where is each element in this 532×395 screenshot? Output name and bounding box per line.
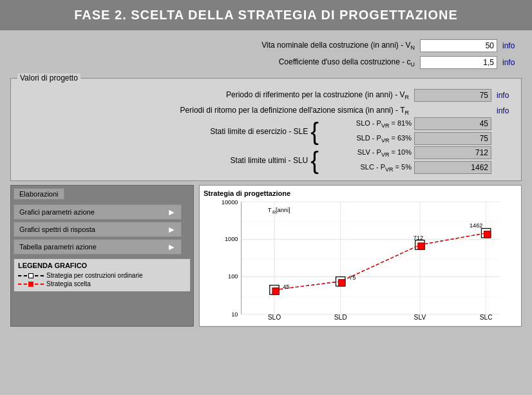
periodo-label: Periodo di riferimento per la costruzion…: [226, 90, 409, 101]
legenda-item-2: Strategia scelta: [18, 280, 186, 287]
red-dashed-line-1: [18, 284, 27, 285]
svg-text:10: 10: [231, 311, 238, 318]
red-dashed-line-2: [35, 284, 44, 285]
svg-text:SLO: SLO: [268, 314, 281, 321]
dashed-line-2: [35, 275, 44, 276]
svg-text:SLV: SLV: [414, 314, 426, 321]
legenda-title: LEGENDA GRAFICO: [18, 262, 186, 269]
btn-grafici-spettri[interactable]: Grafici spettri di risposta ►: [14, 222, 182, 237]
arrow-icon-3: ►: [167, 242, 176, 252]
slc-input[interactable]: [414, 161, 491, 174]
coeff-uso-input[interactable]: [420, 56, 497, 69]
sle-items: SLO - PVR = 81% SLD - PVR = 63%: [321, 117, 491, 145]
valori-group: Valori di progetto Periodo di riferiment…: [10, 78, 522, 181]
svg-text:712: 712: [413, 235, 423, 241]
svg-text:45: 45: [283, 284, 289, 290]
sle-bracket: {: [310, 119, 319, 144]
slu-label: Stati limite ultimi - SLU: [231, 156, 309, 165]
sle-label: Stati limite di esercizio - SLE: [210, 127, 308, 136]
svg-text:[anni]: [anni]: [276, 207, 290, 213]
svg-text:SLC: SLC: [480, 314, 493, 321]
slu-bracket: {: [310, 148, 319, 173]
sld-input[interactable]: [414, 132, 491, 145]
sld-square-red: [339, 280, 345, 286]
chart-area: Strategia di progettazione 10: [199, 185, 522, 327]
slo-input[interactable]: [414, 117, 491, 130]
slv-square-red: [418, 243, 424, 249]
periodo-row: Periodo di riferimento per la costruzion…: [16, 89, 516, 102]
slo-square-red: [272, 288, 279, 294]
dashed-line-1: [18, 275, 27, 276]
chart-svg-element: 10 100 1000 10000 T R [anni] SLO SLD SLV…: [204, 198, 517, 321]
periodi-info[interactable]: info: [497, 106, 516, 115]
arrow-icon-2: ►: [167, 224, 176, 235]
valori-group-title: Valori di progetto: [17, 73, 81, 82]
red-square-icon: [28, 282, 33, 287]
periodo-info[interactable]: info: [497, 91, 516, 100]
btn-tabella-parametri[interactable]: Tabella parametri azione ►: [14, 239, 182, 255]
slu-items: SLV - PVR = 10% SLC - PVR = 5%: [321, 146, 491, 174]
arrow-icon-1: ►: [167, 207, 176, 217]
vita-nominale-row: Vita nominale della costruzione (in anni…: [10, 39, 522, 52]
svg-text:10000: 10000: [222, 200, 238, 206]
header-title: FASE 2. SCELTA DELLA STRATEGIA DI PROGET…: [74, 8, 458, 22]
slo-row: SLO - PVR = 81%: [321, 117, 491, 130]
slc-row: SLC - PVR = 5%: [321, 161, 491, 174]
svg-text:1000: 1000: [225, 236, 238, 242]
chart-title: Strategia di progettazione: [204, 189, 517, 197]
vita-nominale-info[interactable]: info: [502, 41, 522, 50]
square-icon: [28, 273, 33, 278]
sld-row: SLD - PVR = 63%: [321, 132, 491, 145]
legenda-section: LEGENDA GRAFICO Strategia per costruzion…: [14, 258, 191, 292]
vita-nominale-label: Vita nominale della costruzione (in anni…: [261, 41, 415, 51]
slo-label: SLO - PVR = 81%: [321, 119, 412, 129]
btn-grafici-parametri[interactable]: Grafici parametri azione ►: [14, 204, 182, 220]
svg-text:1462: 1462: [470, 223, 483, 229]
periodi-header-row: Periodi di ritorno per la definizione de…: [16, 106, 516, 116]
coeff-uso-label: Coefficiente d'uso della costruzione - c…: [279, 57, 415, 68]
slv-input[interactable]: [414, 146, 491, 159]
slc-label: SLC - PVR = 5%: [321, 163, 412, 173]
top-fields: Vita nominale della costruzione (in anni…: [0, 30, 532, 78]
slv-row: SLV - PVR = 10%: [321, 146, 491, 159]
sle-group: Stati limite di esercizio - SLE { SLO - …: [16, 117, 516, 145]
slu-group: Stati limite ultimi - SLU { SLV - PVR = …: [16, 146, 516, 174]
periodo-input[interactable]: [414, 89, 491, 102]
vita-nominale-input[interactable]: [420, 39, 497, 52]
coeff-uso-row: Coefficiente d'uso della costruzione - c…: [10, 56, 522, 69]
left-panel: Elaborazioni Grafici parametri azione ► …: [10, 185, 194, 327]
slv-label: SLV - PVR = 10%: [321, 148, 412, 158]
page-header: FASE 2. SCELTA DELLA STRATEGIA DI PROGET…: [0, 0, 532, 30]
elaborazioni-tab: Elaborazioni: [14, 188, 64, 200]
svg-text:75: 75: [349, 275, 356, 282]
legenda-item-1: Strategia per costruzioni ordinarie: [18, 272, 186, 279]
periodi-label: Periodi di ritorno per la definizione de…: [180, 106, 409, 116]
svg-text:100: 100: [228, 274, 238, 280]
coeff-uso-info[interactable]: info: [502, 58, 522, 67]
sld-label: SLD - PVR = 63%: [321, 134, 412, 144]
svg-text:T: T: [268, 207, 272, 213]
chart-svg: 10 100 1000 10000 T R [anni] SLO SLD SLV…: [204, 198, 517, 321]
svg-text:SLD: SLD: [334, 314, 347, 321]
slc-square-red: [484, 231, 491, 238]
bottom-section: Elaborazioni Grafici parametri azione ► …: [10, 185, 522, 327]
